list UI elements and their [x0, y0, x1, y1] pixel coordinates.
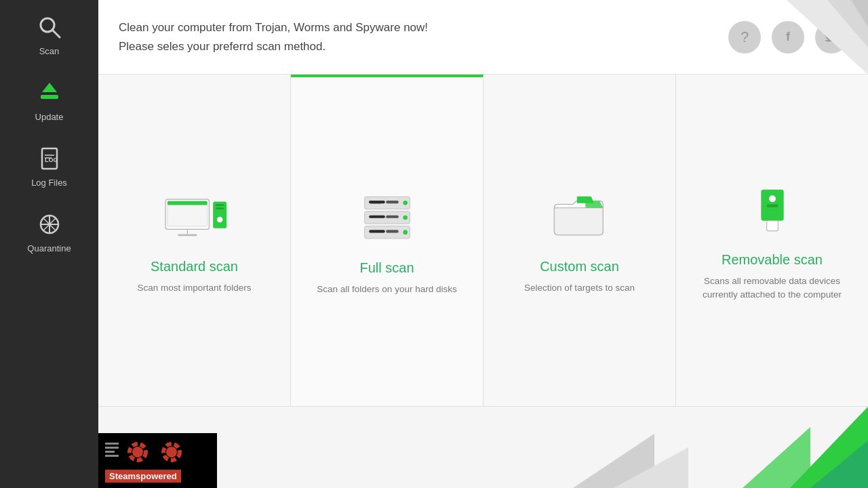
steam-list-icon	[105, 437, 119, 467]
full-scan-icon	[353, 187, 421, 248]
scan-cards-row: Standard scan Scan most important folder…	[98, 75, 868, 407]
twitter-icon	[824, 28, 839, 46]
svg-point-53	[166, 447, 177, 458]
facebook-icon: f	[786, 30, 790, 44]
svg-rect-31	[386, 201, 398, 203]
header-line2: Please seles your preferrd scan method.	[119, 37, 428, 56]
svg-rect-20	[178, 234, 197, 236]
sidebar-item-quarantine[interactable]: + Quarantine	[0, 197, 98, 263]
svg-marker-40	[576, 197, 593, 203]
scan-cards-area: Standard scan Scan most important folder…	[98, 75, 868, 488]
svg-rect-30	[369, 201, 381, 203]
sidebar-quarantine-label: Quarantine	[27, 243, 71, 253]
main-content: Clean your computer from Trojan, Worms a…	[98, 0, 868, 488]
full-scan-desc: Scan all folders on your hard disks	[317, 283, 456, 296]
sidebar: Scan Update LOG Log Files	[0, 0, 98, 488]
steam-gear-icon-1	[123, 437, 153, 467]
scan-icon	[35, 12, 64, 42]
header-description: Clean your computer from Trojan, Worms a…	[119, 18, 428, 55]
svg-rect-33	[369, 216, 384, 218]
sidebar-scan-label: Scan	[39, 46, 60, 56]
svg-point-32	[403, 201, 408, 205]
steam-overlay: Steamspowered	[98, 433, 217, 488]
standard-scan-icon	[161, 186, 229, 247]
logfiles-icon: LOG	[35, 144, 64, 174]
removable-scan-icon	[738, 179, 806, 240]
steam-gear-icon-2	[157, 437, 186, 467]
custom-scan-title: Custom scan	[540, 259, 619, 274]
standard-scan-card[interactable]: Standard scan Scan most important folder…	[98, 75, 291, 406]
svg-marker-16	[851, 0, 868, 27]
removable-scan-title: Removable scan	[722, 252, 823, 268]
svg-point-38	[403, 230, 408, 235]
svg-rect-25	[215, 207, 224, 209]
custom-scan-icon	[546, 186, 614, 247]
svg-line-1	[52, 30, 60, 37]
svg-rect-2	[41, 95, 58, 99]
svg-rect-34	[386, 216, 398, 218]
svg-rect-37	[386, 230, 398, 232]
standard-scan-title: Standard scan	[151, 259, 238, 274]
facebook-button[interactable]: f	[772, 21, 804, 54]
update-icon	[35, 78, 64, 108]
removable-scan-card[interactable]: Removable scan Scans all removable data …	[676, 75, 868, 406]
svg-marker-3	[42, 83, 57, 92]
twitter-button[interactable]	[815, 21, 848, 54]
header-line1: Clean your computer from Trojan, Worms a…	[119, 18, 428, 37]
steam-label: Steamspowered	[105, 470, 181, 483]
custom-scan-desc: Selection of targets to scan	[524, 281, 635, 295]
svg-rect-21	[167, 201, 208, 205]
header: Clean your computer from Trojan, Worms a…	[98, 0, 868, 75]
standard-scan-desc: Scan most important folders	[137, 281, 251, 295]
custom-scan-card[interactable]: Custom scan Selection of targets to scan	[484, 75, 676, 406]
sidebar-logfiles-label: Log Files	[31, 178, 67, 188]
full-scan-title: Full scan	[359, 260, 414, 276]
sidebar-update-label: Update	[35, 112, 64, 122]
svg-point-35	[403, 216, 408, 220]
svg-rect-44	[766, 204, 778, 207]
svg-point-23	[216, 217, 222, 223]
sidebar-item-update[interactable]: Update	[0, 66, 98, 131]
svg-rect-42	[766, 220, 778, 230]
svg-point-43	[769, 195, 776, 202]
svg-rect-24	[215, 204, 224, 206]
full-scan-card[interactable]: Full scan Scan all folders on your hard …	[291, 75, 484, 406]
header-actions: ? f	[728, 21, 848, 54]
help-icon: ?	[741, 28, 749, 46]
quarantine-icon: +	[35, 209, 64, 239]
svg-rect-36	[369, 230, 384, 232]
steam-icons	[105, 437, 210, 467]
sidebar-item-scan[interactable]: Scan	[0, 0, 98, 66]
svg-point-51	[132, 447, 143, 458]
removable-scan-desc: Scans all removable data devices current…	[690, 274, 854, 302]
sidebar-item-logfiles[interactable]: LOG Log Files	[0, 131, 98, 197]
svg-text:+: +	[47, 218, 53, 230]
help-button[interactable]: ?	[728, 21, 761, 54]
